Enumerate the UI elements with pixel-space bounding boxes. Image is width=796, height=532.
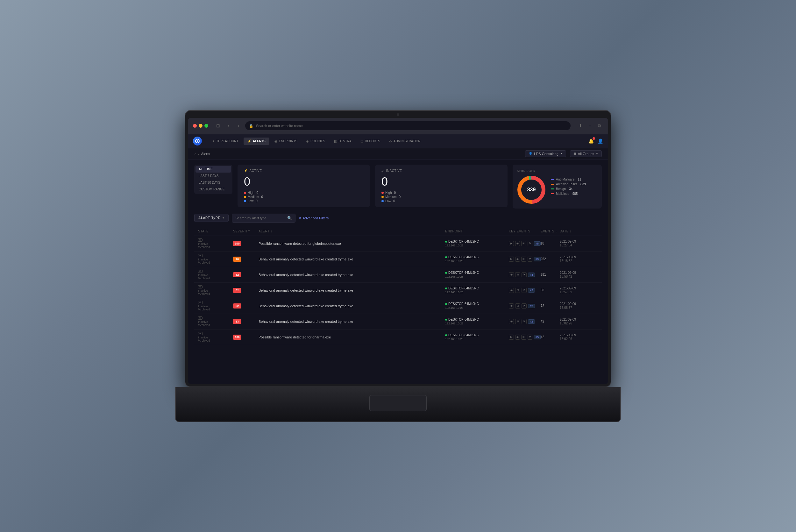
events-cell-0: 18 (541, 242, 560, 245)
endpoint-ip-5: 192.168.10.28 (445, 322, 479, 325)
nav-administration[interactable]: ⚙ ADMINISTRATION (385, 137, 424, 145)
severity-badge-1: 70 (233, 256, 241, 262)
close-button[interactable] (193, 124, 197, 128)
state-cell-0: ✉ Inactive/Archived (198, 239, 233, 249)
flag-icon-4[interactable]: ⚑ (522, 303, 527, 308)
minimize-button[interactable] (199, 124, 203, 128)
forward-button[interactable]: › (235, 122, 242, 129)
col-date[interactable]: Date ↕ (560, 230, 598, 233)
grid-icon-1[interactable]: ⊞ (521, 256, 526, 262)
eye-icon-1[interactable]: ◉ (515, 256, 520, 262)
inactive-high-dot (381, 192, 384, 194)
events-cell-1: 252 (541, 257, 560, 261)
flag-icon-2[interactable]: ⚑ (522, 272, 527, 277)
state-label-0: Inactive/Archived (198, 242, 210, 249)
nav-bar: ✦ THREAT HUNT ⚡ ALERTS ◉ ENDPOINTS ◈ POL… (188, 134, 608, 148)
eye-icon-3[interactable]: ◉ (509, 288, 514, 293)
address-bar[interactable]: 🔒 Search or enter website name (245, 121, 571, 130)
grid-icon-2[interactable]: ⊞ (515, 272, 520, 277)
time-value-4: 15:08:37 (560, 306, 576, 309)
date-cell-4: 2021-09-09 15:08:37 (560, 302, 598, 309)
eye-icon-4[interactable]: ◉ (509, 303, 514, 308)
flag-icon-5[interactable]: ⚑ (522, 319, 527, 324)
severity-badge-6: 100 (233, 335, 241, 340)
table-body: ✉ Inactive/Archived 100 Possible ransomw… (194, 236, 602, 345)
groups-selector[interactable]: ▦ All Groups ▼ (570, 150, 602, 157)
sidebar-button[interactable]: ⧉ (596, 122, 603, 129)
grid-icon-3[interactable]: ⊞ (515, 288, 520, 293)
inactive-sub-items: High 0 Medium 0 Low (381, 191, 501, 203)
nav-threat-hunt[interactable]: ✦ THREAT HUNT (208, 137, 242, 145)
time-filter-30-days[interactable]: LAST 30 DAYS (195, 179, 231, 186)
inactive-stat-title: ◎ INACTIVE (381, 169, 501, 173)
play-icon-1[interactable]: ▶ (509, 256, 514, 262)
notifications-button[interactable]: 🔔 (588, 138, 594, 144)
alert-type-search-wrap[interactable]: 🔍 (232, 214, 296, 223)
nav-destra[interactable]: ◧ DESTRA (330, 137, 355, 145)
endpoint-name-5: DESKTOP-64ML9NC (445, 318, 479, 321)
severity-badge-4: 82 (233, 303, 241, 308)
breadcrumb-home[interactable]: ⌂ (194, 152, 196, 156)
eye-icon-0[interactable]: ◉ (515, 241, 520, 246)
table-row[interactable]: ✉ Inactive/Archived 100 Possible ransomw… (194, 236, 602, 251)
legend-color-archived (551, 184, 554, 185)
nav-endpoints[interactable]: ◉ ENDPOINTS (271, 137, 301, 145)
table-row[interactable]: ✉ Inactive/Archived 82 Behavioral anomal… (194, 267, 602, 283)
time-filter-7-days[interactable]: LAST 7 DAYS (195, 173, 231, 179)
eye-icon-6[interactable]: ◉ (515, 335, 520, 340)
eye-icon-5[interactable]: ◉ (509, 319, 514, 324)
advanced-filters-button[interactable]: ⧉ Advanced Filters (299, 216, 328, 220)
new-tab-button[interactable]: + (587, 122, 593, 129)
time-filter-all-time[interactable]: ALL TIME (195, 166, 231, 173)
grid-view-button[interactable]: ⊞ (214, 122, 222, 129)
col-events[interactable]: Events ↕ (541, 230, 560, 233)
org-selector[interactable]: 👤 LDS Consulting ▼ (525, 150, 566, 157)
legend-color-anti-malware (551, 179, 554, 180)
date-value-5: 2021-09-09 (560, 318, 576, 321)
table-row[interactable]: ✉ Inactive/Archived 70 Behavioral anomal… (194, 251, 602, 267)
share-button[interactable]: ⬆ (577, 122, 584, 129)
nav-reports[interactable]: ◫ REPORTS (357, 137, 384, 145)
endpoint-name-4: DESKTOP-64ML9NC (445, 302, 479, 306)
grid-icon-6[interactable]: ⊞ (521, 335, 526, 340)
time-filter-custom[interactable]: CUSTOM RANGE (195, 186, 231, 193)
table-row[interactable]: ✉ Inactive/Archived 82 Behavioral anomal… (194, 298, 602, 314)
legend-malicious: Malicious 905 (551, 192, 586, 195)
stats-row: ALL TIME LAST 7 DAYS LAST 30 DAYS CUSTOM… (194, 165, 602, 209)
table-row[interactable]: ✉ Inactive/Archived 83 Behavioral anomal… (194, 314, 602, 329)
flag-icon-6[interactable]: ⚑ (528, 335, 533, 340)
main-content: ALL TIME LAST 7 DAYS LAST 30 DAYS CUSTOM… (188, 159, 608, 384)
breadcrumb-current: Alerts (201, 152, 210, 156)
nav-policies[interactable]: ◈ POLICIES (302, 137, 329, 145)
back-button[interactable]: ‹ (225, 122, 232, 129)
play-icon-0[interactable]: ▶ (509, 241, 514, 246)
time-value-3: 15:57:09 (560, 290, 576, 294)
flag-icon-1[interactable]: ⚑ (528, 256, 533, 262)
key-events-cell-6: ▶ ◉ ⊞ ⚑ #5 (509, 335, 541, 340)
severity-cell-6: 100 (233, 335, 259, 340)
breadcrumb: ⌂ / Alerts (194, 152, 210, 156)
events-count-0: 18 (541, 242, 544, 245)
table-row[interactable]: ✉ Inactive/Archived 100 Possible ransomw… (194, 329, 602, 345)
endpoint-status-dot-0 (445, 241, 447, 243)
maximize-button[interactable] (204, 124, 208, 128)
flag-icon-3[interactable]: ⚑ (522, 288, 527, 293)
browser-actions: ⬆ + ⧉ (577, 122, 603, 129)
grid-icon-5[interactable]: ⊞ (515, 319, 520, 324)
table-row[interactable]: ✉ Inactive/Archived 82 Behavioral anomal… (194, 283, 602, 298)
eye-icon-2[interactable]: ◉ (509, 272, 514, 277)
user-profile-button[interactable]: 👤 (598, 138, 603, 144)
grid-icon-0[interactable]: ⊞ (521, 241, 526, 246)
flag-icon-0[interactable]: ⚑ (528, 241, 533, 246)
app-logo[interactable] (193, 137, 202, 146)
alert-type-search-input[interactable] (235, 216, 285, 220)
alert-type-filter[interactable]: ALeRT TyPE ▼ (194, 214, 229, 222)
time-value-0: 10:27:54 (560, 244, 576, 247)
endpoint-ip-6: 192.168.10.28 (445, 338, 479, 341)
nav-alerts[interactable]: ⚡ ALERTS (244, 137, 269, 145)
grid-icon-4[interactable]: ⊞ (515, 303, 520, 308)
endpoint-ip-0: 192.168.10.28 (445, 244, 479, 247)
date-cell-0: 2021-09-09 10:27:54 (560, 240, 598, 247)
play-icon-6[interactable]: ▶ (509, 335, 514, 340)
col-alert[interactable]: Alert ↕ (259, 230, 445, 233)
